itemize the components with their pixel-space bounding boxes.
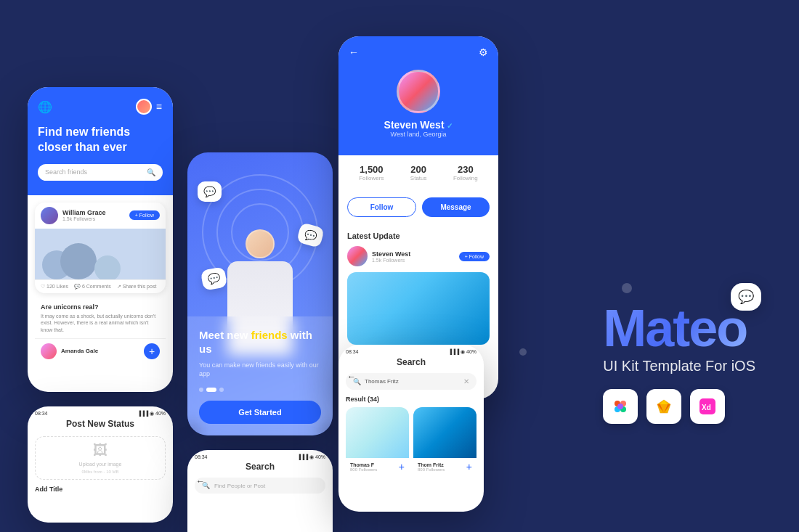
p6-time: 08:34 xyxy=(346,349,359,355)
profile-name: Steven West ✓ xyxy=(349,119,488,131)
phone1-topbar: 🌐 ≡ xyxy=(38,99,163,115)
following-label: Following xyxy=(453,175,478,181)
result-user-2: Thom Fritz 800 Followers xyxy=(418,462,445,472)
p6-search-value: Thomas Fritz xyxy=(365,378,399,385)
likes-action[interactable]: ♡ 120 Likes xyxy=(41,284,68,290)
phone1-topbar-right: ≡ xyxy=(136,99,163,115)
upload-area[interactable]: 🖼 Upload your image 0Mbs from - 10 MB xyxy=(35,436,166,480)
results-grid: Thomas F 800 Followers + Thom Fritz 800 … xyxy=(338,407,484,475)
phone1-body: William Grace 1.5k Followers + Follow ♡ … xyxy=(28,195,173,371)
bottom-user-name: Amanda Gale xyxy=(61,348,98,354)
svg-point-4 xyxy=(617,404,623,409)
latest-card-name: Steven West xyxy=(372,250,410,258)
p4-signal: ▐▐▐ ◉ 40% xyxy=(297,454,325,460)
phone6-title: Search xyxy=(338,357,484,373)
brand-title-container: Mateo 💬 xyxy=(603,305,747,352)
friend-image-inner xyxy=(35,229,166,279)
phone2-title: Post New Status xyxy=(28,419,173,436)
profile-center: Steven West ✓ West land, Georgia xyxy=(349,70,488,138)
phone1-search-bar[interactable]: Search friends 🔍 xyxy=(38,164,163,181)
svg-text:Xd: Xd xyxy=(702,404,711,412)
profile-avatar xyxy=(397,70,440,113)
phone3-subtitle: You can make new friends easily with our… xyxy=(199,361,321,379)
p4-time: 08:34 xyxy=(195,454,208,460)
followers-stat: 1,500 Followers xyxy=(359,164,384,181)
dot-3[interactable] xyxy=(219,388,224,392)
followers-label: Followers xyxy=(359,175,384,181)
followers-value: 1,500 xyxy=(359,164,384,175)
phone1-search-placeholder: Search friends xyxy=(45,168,87,176)
latest-post-image-inner xyxy=(347,272,490,345)
phone5-back-btn[interactable]: ← xyxy=(349,46,359,58)
result-name-1: Thomas F xyxy=(350,462,377,467)
phone1-header: 🌐 ≡ Find new friends closer than ever Se… xyxy=(28,87,173,195)
latest-follow-button[interactable]: + Follow xyxy=(459,252,490,261)
phone6-statusbar: 08:34 ▐▐▐ ◉ 40% xyxy=(338,345,484,357)
phone6-title-row: ← Search xyxy=(338,357,484,373)
post-body: It may come as a shock, but actually uni… xyxy=(41,313,160,334)
phone4-back-btn[interactable]: ← xyxy=(196,476,205,486)
post-actions: ♡ 120 Likes 💬 6 Comments ↗ Share this po… xyxy=(35,279,166,293)
result-card-2: Thom Fritz 800 Followers + xyxy=(413,407,476,475)
latest-card: Steven West 1.5k Followers + Follow xyxy=(347,246,490,266)
results-label: Result (34) xyxy=(338,396,484,407)
result-add-2[interactable]: + xyxy=(466,461,472,472)
friend-card: William Grace 1.5k Followers + Follow ♡ … xyxy=(35,202,166,293)
avatar-small xyxy=(136,99,152,115)
share-action[interactable]: ↗ Share this post xyxy=(117,284,157,290)
profile-message-button[interactable]: Message xyxy=(422,197,490,217)
get-started-button[interactable]: Get Started xyxy=(199,401,321,424)
phone1-search-icon: 🔍 xyxy=(147,168,155,176)
latest-update-section: Latest Update Steven West 1.5k Followers… xyxy=(338,224,498,352)
friend-image xyxy=(35,229,166,279)
add-button[interactable]: + xyxy=(144,343,160,359)
phone4-statusbar: 08:34 ▐▐▐ ◉ 40% xyxy=(187,450,333,462)
p6-signal: ▐▐▐ ◉ 40% xyxy=(448,349,476,355)
result-add-1[interactable]: + xyxy=(399,461,405,472)
phone5-header: ← ⚙ Steven West ✓ West land, Georgia xyxy=(338,36,498,155)
result-card-1: Thomas F 800 Followers + xyxy=(346,407,409,475)
following-value: 230 xyxy=(453,164,478,175)
following-stat: 230 Following xyxy=(453,164,478,181)
branding-section: Mateo 💬 UI Kit Template For iOS xyxy=(603,305,755,424)
post-title: Are unicorns real? xyxy=(41,303,160,311)
pagination-dots xyxy=(199,388,321,392)
brand-name: Mateo xyxy=(603,305,747,352)
bottom-user-avatar xyxy=(41,343,57,359)
phone-meet-friends: 💬 💬 💬 Meet new friends with us You can m… xyxy=(187,152,333,435)
latest-card-left: Steven West 1.5k Followers xyxy=(347,246,410,266)
comments-action[interactable]: 💬 6 Comments xyxy=(74,284,111,290)
p6-clear-icon[interactable]: ✕ xyxy=(463,377,469,385)
chat-icon-1: 💬 xyxy=(198,181,222,202)
profile-follow-button[interactable]: Follow xyxy=(347,197,416,217)
phone-search-results: 08:34 ▐▐▐ ◉ 40% ← Search 🔍 Thomas Fritz … xyxy=(338,345,484,512)
phone4-search-bar[interactable]: 🔍 Find People or Post xyxy=(195,478,325,494)
phone6-back-btn[interactable]: ← xyxy=(347,372,356,382)
phone6-search-bar[interactable]: 🔍 Thomas Fritz ✕ xyxy=(346,373,476,390)
bottom-user: Amanda Gale xyxy=(41,343,98,359)
friend-name: William Grace xyxy=(62,209,105,216)
phone3-bottom: Meet new friends with us You can make ne… xyxy=(187,316,333,435)
upload-icon: 🖼 xyxy=(93,442,108,459)
decoration-dot-2 xyxy=(519,348,527,356)
post-text-area: Are unicorns real? It may come as a shoc… xyxy=(35,299,166,338)
chat-icon-2: 💬 xyxy=(296,222,325,248)
menu-icon[interactable]: ≡ xyxy=(156,101,163,112)
friend-info: William Grace 1.5k Followers xyxy=(41,207,105,224)
result-user-1: Thomas F 800 Followers xyxy=(350,462,377,472)
phone-search-empty: 08:34 ▐▐▐ ◉ 40% ← Search 🔍 Find People o… xyxy=(187,450,333,532)
decoration-dot xyxy=(622,283,632,293)
follow-button[interactable]: + Follow xyxy=(129,210,160,220)
phone5-gear-icon[interactable]: ⚙ xyxy=(479,46,488,58)
person-head xyxy=(246,229,275,258)
phone3-headline: Meet new friends with us xyxy=(199,328,321,356)
result-followers-1: 800 Followers xyxy=(350,467,377,472)
brand-tool-icons: Xd xyxy=(603,389,755,424)
profile-location: West land, Georgia xyxy=(349,131,488,138)
result-image-2 xyxy=(413,407,476,458)
status-value: 200 xyxy=(410,164,427,175)
latest-title: Latest Update xyxy=(347,232,490,240)
dot-2-active[interactable] xyxy=(206,388,216,392)
latest-card-avatar xyxy=(347,246,368,266)
dot-1[interactable] xyxy=(199,388,203,392)
